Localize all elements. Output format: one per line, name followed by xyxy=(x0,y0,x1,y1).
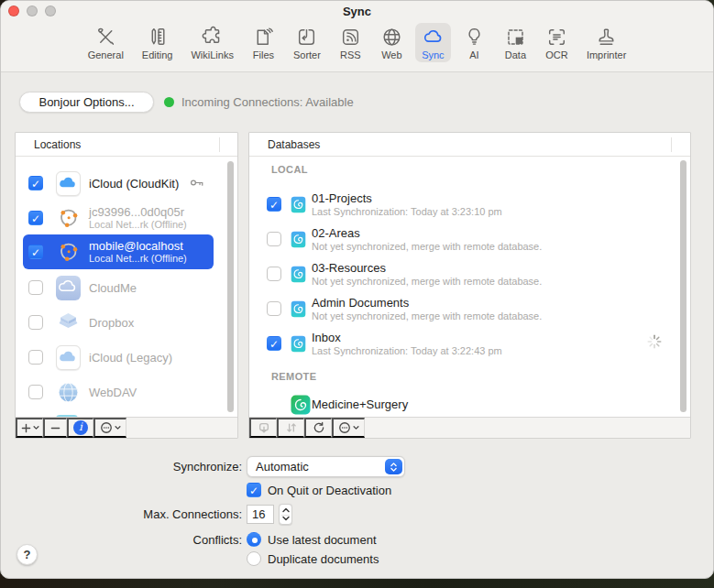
toolbar-item-wikilinks[interactable]: WikiLinks xyxy=(184,23,239,62)
info-button[interactable]: i xyxy=(67,418,93,438)
database-status: Not yet synchronized, merge with remote … xyxy=(312,241,542,253)
import-database-button[interactable] xyxy=(249,418,277,438)
import-icon xyxy=(258,421,270,435)
database-row-inbox[interactable]: Inbox Last Synchronization: Today at 3:2… xyxy=(258,327,672,360)
header-divider xyxy=(219,137,220,152)
toolbar-item-editing[interactable]: Editing xyxy=(136,23,180,62)
database-name: 03-Resources xyxy=(312,261,542,276)
location-row-icloud-legacy[interactable]: iCloud (Legacy) xyxy=(23,341,214,374)
toolbar-item-imprinter[interactable]: Imprinter xyxy=(580,23,632,62)
local-section-label: LOCAL xyxy=(271,164,308,175)
database-row-03-resources[interactable]: 03-Resources Not yet synchronized, merge… xyxy=(258,257,672,290)
locations-scrollbar[interactable] xyxy=(227,161,234,412)
max-connections-label: Max. Connections: xyxy=(1,507,242,521)
toolbar-item-ocr[interactable]: OCR xyxy=(539,23,575,62)
database-name: Admin Documents xyxy=(312,296,542,310)
database-row-02-areas[interactable]: 02-Areas Not yet synchronized, merge wit… xyxy=(258,223,672,256)
remote-database-icon xyxy=(291,395,311,417)
refresh-icon xyxy=(313,421,325,434)
rss-icon xyxy=(339,26,362,49)
location-actions-button[interactable] xyxy=(93,418,126,438)
location-status: Local Net...rk (Offline) xyxy=(89,219,187,231)
toolbar-item-web[interactable]: Web xyxy=(374,23,410,62)
database-status: Not yet synchronized, merge with remote … xyxy=(312,310,542,322)
max-connections-stepper[interactable] xyxy=(279,504,292,525)
conflicts-radio-latest[interactable] xyxy=(247,532,261,547)
location-name: CloudMe xyxy=(89,281,137,295)
location-row-cloudme[interactable]: CloudMe xyxy=(23,271,214,304)
location-name: iCloud (Legacy) xyxy=(89,351,172,365)
databases-list: LOCAL 01-Projects Last Synchronization: … xyxy=(249,157,690,417)
checkbox[interactable] xyxy=(267,267,281,281)
synchronize-value: Automatic xyxy=(256,460,309,474)
add-location-button[interactable] xyxy=(16,418,43,438)
dropbox-icon xyxy=(56,310,81,335)
cloudme-icon xyxy=(56,276,81,300)
database-name: 01-Projects xyxy=(312,191,502,206)
checkbox[interactable] xyxy=(267,232,281,246)
location-row-jc93996[interactable]: jc93996...0d0q05r Local Net...rk (Offlin… xyxy=(23,201,214,234)
bonjour-options-button[interactable]: Bonjour Options... xyxy=(19,92,154,113)
toolbar-item-rss[interactable]: RSS xyxy=(333,23,368,62)
checkbox[interactable] xyxy=(28,211,43,225)
remove-location-button[interactable] xyxy=(43,418,67,438)
stamp-icon xyxy=(595,26,618,49)
stepper-up-icon xyxy=(281,506,291,514)
minus-icon xyxy=(50,423,60,433)
location-row-webdav[interactable]: WebDAV xyxy=(23,376,214,408)
chevron-down-icon xyxy=(353,425,359,430)
conflicts-label: Conflicts: xyxy=(1,533,242,547)
checkbox[interactable] xyxy=(28,315,43,330)
database-actions-button[interactable] xyxy=(332,418,365,438)
ellipsis-circle-icon xyxy=(338,421,351,434)
database-name: Inbox xyxy=(312,331,502,345)
database-row-01-projects[interactable]: 01-Projects Last Synchronization: Today … xyxy=(258,188,672,221)
window-title: Sync xyxy=(1,5,713,18)
checkbox[interactable] xyxy=(267,197,281,212)
database-status: Last Synchronization: Today at 3:22:43 p… xyxy=(312,345,502,357)
location-name: jc93996...0d0q05r xyxy=(89,205,187,219)
conflicts-option-latest-label: Use latest document xyxy=(268,533,377,547)
refresh-button[interactable] xyxy=(304,418,332,438)
databases-scrollbar[interactable] xyxy=(680,160,687,412)
databases-header: Databases xyxy=(249,133,690,157)
chevron-down-icon xyxy=(33,425,39,430)
help-button[interactable]: ? xyxy=(16,544,38,565)
location-row-dropbox[interactable]: Dropbox xyxy=(23,306,214,339)
toolbar-item-files[interactable]: Files xyxy=(246,23,281,62)
info-icon: i xyxy=(73,420,88,435)
synchronize-popup[interactable]: Automatic xyxy=(247,456,405,477)
checkbox[interactable] xyxy=(28,176,43,191)
max-connections-field[interactable] xyxy=(247,505,274,524)
location-row-mobile-localhost[interactable]: mobile@localhost Local Net...rk (Offline… xyxy=(23,234,214,269)
checkbox[interactable] xyxy=(28,385,43,399)
location-row-partial[interactable] xyxy=(23,410,214,417)
locations-footer-toolbar: i xyxy=(16,417,237,438)
database-row-admin-documents[interactable]: Admin Documents Not yet synchronized, me… xyxy=(258,292,672,325)
database-status: Last Synchronization: Today at 3:23:10 p… xyxy=(312,206,502,218)
checkbox[interactable] xyxy=(28,350,43,365)
header-divider xyxy=(671,137,672,152)
toolbar-item-data[interactable]: Data xyxy=(498,23,533,62)
toolbar-item-general[interactable]: General xyxy=(82,23,130,62)
on-quit-checkbox[interactable] xyxy=(247,483,261,497)
toolbar-item-sync[interactable]: Sync xyxy=(415,23,451,62)
location-row-icloud-cloudkit[interactable]: iCloud (CloudKit) xyxy=(23,167,214,200)
plus-icon xyxy=(21,423,31,433)
databases-header-label: Databases xyxy=(268,138,320,151)
checkbox[interactable] xyxy=(28,245,43,259)
checkbox[interactable] xyxy=(267,301,281,316)
upload-download-button[interactable] xyxy=(277,418,304,438)
ellipsis-circle-icon xyxy=(100,421,113,434)
location-name: Dropbox xyxy=(89,316,134,330)
database-row-medicine-surgery[interactable]: Medicine+Surgery xyxy=(258,391,672,417)
toolbar-item-ai[interactable]: AI xyxy=(456,23,492,62)
toolbar-item-sorter[interactable]: Sorter xyxy=(287,23,327,62)
checkbox[interactable] xyxy=(28,280,43,295)
checkbox[interactable] xyxy=(267,336,281,351)
up-down-arrows-icon xyxy=(285,421,298,434)
remote-section-label: REMOTE xyxy=(271,371,316,382)
conflicts-radio-duplicate[interactable] xyxy=(247,551,261,566)
cloud-sync-icon xyxy=(422,26,445,49)
ocr-text-icon xyxy=(545,26,568,49)
